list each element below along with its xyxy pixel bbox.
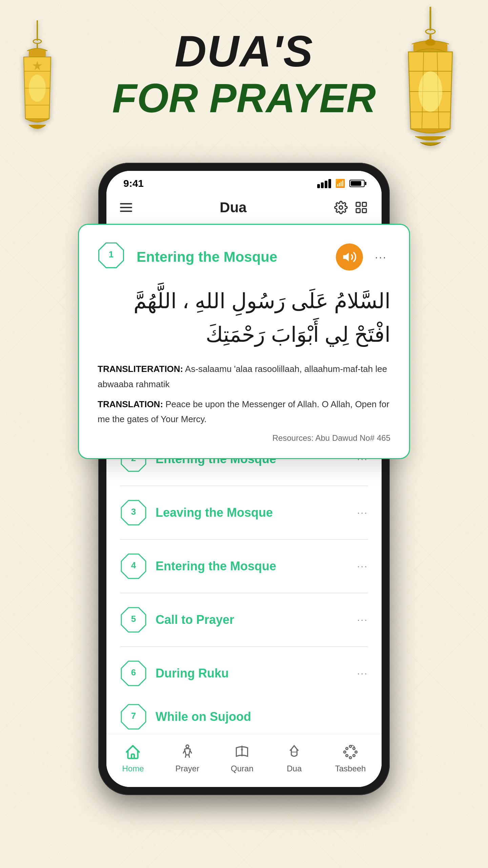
wifi-icon: 📶 (335, 179, 345, 188)
bottom-nav: Home Prayer (106, 734, 382, 787)
item-title-3: Leaving the Mosque (156, 506, 349, 520)
status-bar: 9:41 📶 (106, 171, 382, 193)
svg-text:6: 6 (131, 667, 136, 677)
arabic-text: السَّلامُ عَلَى رَسُولِ اللهِ ، اللَّهُم… (98, 284, 390, 351)
card-badge-1: 1 (98, 242, 128, 272)
svg-text:7: 7 (131, 711, 136, 721)
translation-text: TRANSLATION: Peace be upon the Messenger… (98, 397, 390, 427)
svg-rect-23 (362, 202, 366, 206)
transliteration-text: TRANSLITERATION: As-salaamu 'alaa rasool… (98, 361, 390, 391)
battery-icon (349, 180, 365, 187)
title-duas: DUA'S (0, 27, 488, 76)
nav-dua-label: Dua (287, 764, 302, 773)
svg-text:4: 4 (131, 560, 136, 570)
grid-icon[interactable] (354, 201, 368, 214)
nav-prayer[interactable]: Prayer (175, 743, 199, 773)
svg-rect-24 (356, 209, 360, 213)
app-title: Dua (220, 199, 246, 216)
audio-button[interactable] (336, 243, 363, 271)
list-item[interactable]: 5 Call to Prayer ··· (120, 593, 368, 647)
more-button-6[interactable]: ··· (357, 668, 368, 679)
title-for-prayer: FOR PRAYER (0, 76, 488, 120)
svg-text:5: 5 (131, 614, 136, 624)
page-header: DUA'S FOR PRAYER (0, 0, 488, 134)
more-button-3[interactable]: ··· (357, 507, 368, 518)
item-title-6: During Ruku (156, 666, 349, 680)
nav-prayer-label: Prayer (175, 764, 199, 773)
item-title-4: Entering the Mosque (156, 559, 349, 573)
expanded-dua-card: 1 Entering the Mosque ··· السَّلامُ عَلَ… (78, 224, 410, 459)
svg-marker-56 (343, 253, 349, 261)
svg-line-40 (190, 750, 191, 753)
badge-4: 4 (120, 553, 147, 580)
nav-tasbeeh-label: Tasbeeh (335, 764, 366, 773)
badge-3: 3 (120, 499, 147, 526)
badge-7: 7 (120, 703, 147, 730)
tasbeeh-icon (341, 743, 360, 761)
svg-point-53 (346, 747, 348, 749)
svg-line-42 (189, 755, 189, 757)
quran-icon (233, 743, 251, 761)
more-button-5[interactable]: ··· (357, 614, 368, 625)
nav-dua[interactable]: Dua (285, 743, 304, 773)
svg-text:1: 1 (109, 249, 114, 259)
badge-6: 6 (120, 660, 147, 687)
svg-point-51 (346, 754, 348, 756)
card-title: Entering the Mosque (137, 249, 327, 265)
topbar-actions (334, 201, 368, 214)
svg-point-21 (339, 206, 343, 209)
home-icon (124, 743, 142, 761)
dua-list: 2 Entering the Mosque ··· 3 Leaving the … (106, 433, 382, 700)
dua-icon (285, 743, 304, 761)
svg-point-52 (344, 751, 346, 753)
resource-citation: Resources: Abu Dawud No# 465 (98, 433, 390, 443)
prayer-icon (178, 743, 197, 761)
signal-icon (317, 179, 331, 188)
svg-rect-25 (362, 209, 366, 213)
nav-quran[interactable]: Quran (231, 743, 253, 773)
svg-point-38 (186, 745, 189, 748)
card-header: 1 Entering the Mosque ··· (98, 242, 390, 272)
item-title-7: While on Sujood (156, 710, 251, 724)
svg-point-47 (353, 747, 355, 749)
settings-icon[interactable] (334, 201, 348, 214)
hamburger-menu-icon[interactable] (120, 203, 132, 212)
list-item[interactable]: 6 During Ruku ··· (120, 647, 368, 700)
svg-point-46 (349, 745, 351, 747)
svg-point-50 (349, 756, 351, 758)
partial-list-item[interactable]: 7 While on Sujood (106, 700, 382, 734)
nav-tasbeeh[interactable]: Tasbeeh (335, 743, 366, 773)
list-item[interactable]: 3 Leaving the Mosque ··· (120, 486, 368, 540)
more-button-4[interactable]: ··· (357, 561, 368, 572)
item-title-5: Call to Prayer (156, 613, 349, 627)
app-topbar: Dua (106, 193, 382, 222)
svg-text:3: 3 (131, 507, 136, 517)
svg-point-49 (353, 754, 355, 756)
nav-home-label: Home (122, 764, 144, 773)
card-more-button[interactable]: ··· (371, 251, 390, 263)
nav-home[interactable]: Home (122, 743, 144, 773)
nav-quran-label: Quran (231, 764, 253, 773)
svg-point-48 (355, 751, 357, 753)
status-icons: 📶 (317, 179, 365, 188)
svg-line-41 (185, 755, 186, 757)
list-item[interactable]: 4 Entering the Mosque ··· (120, 540, 368, 593)
badge-5: 5 (120, 606, 147, 633)
phone-wrapper: 9:41 📶 Dua (98, 163, 390, 795)
svg-rect-22 (356, 202, 360, 206)
status-time: 9:41 (123, 178, 144, 189)
svg-line-39 (183, 750, 184, 753)
